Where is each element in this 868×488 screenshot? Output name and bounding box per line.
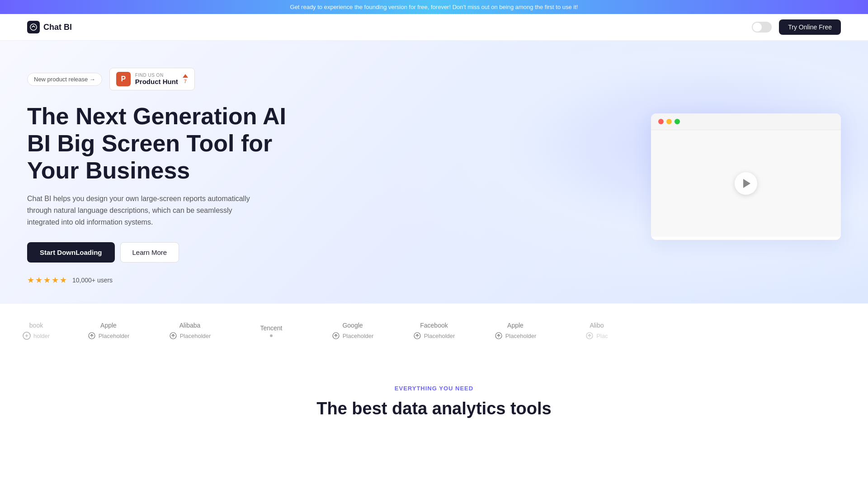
logo-text: Chat BI: [43, 23, 72, 32]
brand-item-apple-2: Apple Placeholder: [488, 322, 542, 340]
brand-name: Apple: [507, 322, 524, 329]
brands-track: book holder Apple Placeholder Alibaba Pl…: [0, 317, 868, 344]
placeholder-label: holder: [33, 333, 50, 339]
browser-minimize-dot: [666, 119, 672, 124]
ph-name-label: Product Hunt: [135, 78, 178, 85]
navbar: Chat BI Try Online Free: [0, 14, 868, 41]
features-section-label: EVERYTHING YOU NEED: [27, 385, 841, 392]
banner-text: Get ready to experience the founding ver…: [290, 4, 578, 10]
ph-upvote-icon: [183, 74, 188, 78]
features-section: EVERYTHING YOU NEED The best data analyt…: [0, 358, 868, 427]
brand-item-alibaba: Alibaba Placeholder: [163, 322, 217, 340]
ph-find-us-label: FIND US ON: [135, 73, 178, 78]
brands-section: book holder Apple Placeholder Alibaba Pl…: [0, 303, 868, 358]
users-count: 10,000+ users: [72, 277, 113, 284]
brand-logo: Placeholder: [413, 332, 455, 340]
star-rating: ★★★★★: [27, 275, 68, 285]
brand-name: Google: [342, 322, 363, 329]
cta-buttons-row: Start DownLoading Learn More: [27, 242, 289, 263]
placeholder-label: Placeholder: [424, 333, 455, 339]
hero-title: The Next Generation AI BI Big Screen Too…: [27, 103, 289, 184]
product-hunt-badge[interactable]: P FIND US ON Product Hunt 7: [109, 68, 195, 90]
brand-name: Apple: [100, 322, 117, 329]
brand-logo: Plac: [585, 332, 608, 340]
badges-row: New product release → P FIND US ON Produ…: [27, 68, 289, 90]
theme-toggle-button[interactable]: [752, 22, 772, 33]
try-online-free-button[interactable]: Try Online Free: [779, 19, 841, 35]
brand-item-facebook-partial: book holder: [18, 322, 54, 340]
brand-logo: Placeholder: [495, 332, 537, 340]
product-hunt-logo: P: [116, 72, 131, 86]
browser-mockup: [651, 113, 841, 240]
hero-content-left: New product release → P FIND US ON Produ…: [27, 68, 289, 285]
placeholder-label: Placeholder: [505, 333, 537, 339]
logo-icon: [27, 21, 40, 33]
social-proof-row: ★★★★★ 10,000+ users: [27, 275, 289, 285]
hero-section: New product release → P FIND US ON Produ…: [0, 41, 868, 303]
play-icon: [743, 179, 750, 188]
hero-content-right: [651, 113, 841, 240]
brand-logo: Placeholder: [332, 332, 374, 340]
placeholder-label: Placeholder: [99, 333, 130, 339]
brand-name: Tencent: [260, 324, 282, 332]
brand-item-apple-1: Apple Placeholder: [81, 322, 136, 340]
video-play-button[interactable]: [735, 172, 757, 195]
browser-topbar: [651, 113, 841, 130]
brand-dot-icon: [270, 334, 273, 337]
hero-description: Chat BI helps you design your own large-…: [27, 193, 253, 228]
learn-more-button[interactable]: Learn More: [120, 242, 179, 263]
placeholder-label: Placeholder: [180, 333, 211, 339]
brand-logo: holder: [23, 332, 50, 340]
new-release-badge[interactable]: New product release →: [27, 73, 102, 86]
brand-logo: Placeholder: [88, 332, 130, 340]
placeholder-label: Placeholder: [343, 333, 374, 339]
brand-item-facebook: Facebook Placeholder: [407, 322, 461, 340]
logo[interactable]: Chat BI: [27, 21, 72, 33]
brand-item-google: Google Placeholder: [326, 322, 380, 340]
brand-item-alibaba-2: Alibo Plac: [570, 322, 624, 340]
svg-point-0: [30, 24, 37, 30]
brand-name: Alibaba: [179, 322, 201, 329]
brand-logo: [270, 334, 273, 337]
browser-content: [651, 130, 841, 237]
new-release-label: New product release →: [34, 76, 95, 83]
brand-name: Alibo: [590, 322, 604, 329]
brand-name: Facebook: [420, 322, 448, 329]
ph-score: 7: [183, 74, 188, 84]
brand-logo: Placeholder: [169, 332, 211, 340]
product-hunt-text: FIND US ON Product Hunt: [135, 73, 178, 85]
placeholder-label: Plac: [596, 333, 608, 339]
browser-maximize-dot: [675, 119, 680, 124]
ph-score-number: 7: [184, 79, 187, 84]
brand-item-tencent: Tencent: [244, 324, 298, 337]
top-banner: Get ready to experience the founding ver…: [0, 0, 868, 14]
browser-close-dot: [658, 119, 664, 124]
nav-right: Try Online Free: [752, 19, 841, 35]
start-downloading-button[interactable]: Start DownLoading: [27, 242, 115, 263]
features-section-title: The best data analytics tools: [27, 399, 841, 418]
brand-name: book: [29, 322, 43, 329]
